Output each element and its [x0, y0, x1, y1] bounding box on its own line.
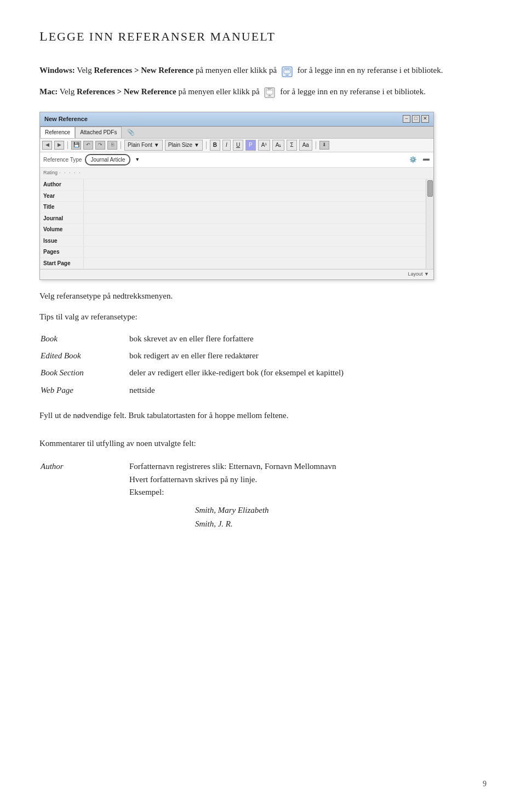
fill-section: Fyll ut de nødvendige felt. Bruk tabulat… [39, 409, 487, 422]
windows-new-reference-icon: NEW [281, 65, 293, 78]
save-icon[interactable]: 💾 [71, 141, 81, 150]
tip-desc-book-section: deler av redigert eller ikke-redigert bo… [129, 365, 485, 381]
comments-table: Author Forfatternavn registreres slik: E… [39, 458, 487, 534]
ref-type-minus-icon[interactable]: ➖ [422, 155, 430, 164]
comments-section: Kommentarer til utfylling av noen utvalg… [39, 437, 487, 535]
font-selector[interactable]: Plain Font ▼ [124, 140, 163, 151]
field-start-page-value[interactable] [84, 258, 426, 269]
field-journal-label: Journal [40, 213, 84, 224]
windows-text2: på menyen eller klikk på [193, 66, 277, 75]
bold-button[interactable]: B [210, 140, 220, 151]
close-button[interactable]: ✕ [421, 115, 429, 123]
maximize-button[interactable]: □ [412, 115, 420, 123]
field-issue-label: Issue [40, 236, 84, 247]
copy-icon[interactable]: ⎘ [107, 141, 117, 150]
field-volume-label: Volume [40, 224, 84, 235]
redo-icon[interactable]: ↷ [95, 141, 105, 150]
comment-label-author: Author [41, 459, 128, 533]
mac-text3: for å legge inn en ny referanse i et bib… [280, 87, 426, 96]
rating-row: Rating · · · · · [40, 168, 433, 179]
field-author-value[interactable] [84, 179, 426, 190]
tip-row-edited-book: Edited Book bok redigert av en eller fle… [41, 348, 485, 364]
settings-icon[interactable]: ⬇ [319, 141, 329, 150]
font-size-button[interactable]: Aa [299, 140, 312, 151]
ref-type-dropdown-arrow[interactable]: ▼ [135, 156, 140, 164]
dialog-tabs-row: Reference Attached PDFs 📎 [40, 127, 433, 139]
fill-paragraph: Fyll ut de nødvendige felt. Bruk tabulat… [39, 409, 487, 422]
windows-text1: Velg [75, 66, 94, 75]
tips-section: Tips til valg av referansetype: Book bok… [39, 311, 487, 399]
tip-row-book: Book bok skrevet av en eller flere forfa… [41, 331, 485, 347]
toolbar-separator-3 [206, 141, 207, 149]
tip-label-book: Book [41, 331, 128, 347]
comment-row-author: Author Forfatternavn registreres slik: E… [41, 459, 485, 533]
dialog-toolbar: ◀ ▶ 💾 ↶ ↷ ⎘ Plain Font ▼ Plain Size ▼ B … [40, 139, 433, 152]
rating-dots[interactable]: · · · · · [59, 169, 82, 177]
tip-label-book-section: Book Section [41, 365, 128, 381]
mac-new-reference-icon: REF [264, 85, 276, 99]
tip-desc-book: bok skrevet av en eller flere forfattere [129, 331, 485, 347]
field-title-label: Title [40, 202, 84, 213]
field-volume-value[interactable] [84, 224, 426, 235]
tab-attached-pdfs[interactable]: Attached PDFs [75, 127, 122, 138]
dialog-statusbar: Layout ▼ [40, 269, 433, 279]
superscript-button[interactable]: A¹ [258, 140, 270, 151]
tab-reference[interactable]: Reference [40, 127, 75, 139]
field-pages: Pages [40, 247, 426, 258]
paragraph-button[interactable]: P [245, 140, 256, 151]
minimize-button[interactable]: – [403, 115, 410, 123]
dialog-titlebar: New Reference – □ ✕ [40, 112, 433, 127]
underline-button[interactable]: U [233, 140, 243, 151]
scrollbar-thumb[interactable] [427, 180, 433, 197]
comment-author-line2: Hvert forfatternavn skrives på ny linje. [129, 473, 485, 486]
mac-section: Mac: Velg References > New Reference på … [39, 85, 487, 99]
comment-desc-author: Forfatternavn registreres slik: Etternav… [129, 459, 485, 533]
toolbar-separator-4 [316, 141, 316, 149]
windows-section: Windows: Velg References > New Reference… [39, 64, 487, 77]
field-issue-value[interactable] [84, 236, 426, 247]
mac-text1: Velg [58, 87, 77, 96]
italic-button[interactable]: I [222, 140, 231, 151]
subscript-button[interactable]: A₁ [272, 140, 285, 151]
field-pages-label: Pages [40, 247, 84, 258]
tips-title: Tips til valg av referansetype: [39, 311, 487, 323]
comments-title: Kommentarer til utfylling av noen utvalg… [39, 437, 487, 450]
mac-label: Mac: [39, 87, 58, 96]
tip-row-book-section: Book Section deler av redigert eller ikk… [41, 365, 485, 381]
field-pages-value[interactable] [84, 247, 426, 258]
dialog-title: New Reference [44, 115, 88, 124]
example-smith-mary: Smith, Mary Elizabeth [195, 504, 485, 517]
ref-type-gear-icon[interactable]: ⚙️ [409, 155, 417, 164]
dialog-scrollbar[interactable] [426, 179, 433, 269]
back-icon[interactable]: ◀ [42, 141, 52, 150]
toolbar-separator-2 [121, 141, 121, 149]
windows-menu: References > New Reference [94, 66, 193, 75]
special-chars-button[interactable]: Σ [287, 140, 296, 151]
windows-text3: for å legge inn en ny referanse i et bib… [298, 66, 443, 75]
ref-type-value[interactable]: Journal Article [85, 154, 130, 166]
field-start-page: Start Page [40, 258, 426, 270]
undo-icon[interactable]: ↶ [83, 141, 93, 150]
forward-icon[interactable]: ▶ [54, 141, 64, 150]
svg-text:NEW: NEW [285, 68, 290, 70]
field-journal-value[interactable] [84, 213, 426, 224]
field-year-label: Year [40, 191, 84, 202]
size-selector[interactable]: Plain Size ▼ [165, 140, 203, 151]
example-smith-jr: Smith, J. R. [195, 518, 485, 530]
page-number: 9 [483, 778, 487, 790]
field-title-value[interactable] [84, 202, 426, 213]
ref-type-row: Reference Type Journal Article ▼ ⚙️ ➖ [40, 152, 433, 168]
page-title: LEGGE INN REFERANSER MANUELT [39, 26, 487, 47]
paperclip-icon: 📎 [127, 128, 135, 137]
tip-label-web-page: Web Page [41, 382, 128, 398]
mac-paragraph: Mac: Velg References > New Reference på … [39, 85, 487, 99]
svg-text:REF: REF [268, 88, 271, 90]
tip-row-web-page: Web Page nettside [41, 382, 485, 398]
tips-table: Book bok skrevet av en eller flere forfa… [39, 330, 487, 399]
comment-author-line3: Eksempel: [129, 486, 485, 499]
field-volume: Volume [40, 224, 426, 236]
field-year-value[interactable] [84, 191, 426, 202]
new-reference-dialog: New Reference – □ ✕ Reference Attached P… [39, 112, 434, 280]
field-start-page-label: Start Page [40, 258, 84, 269]
comment-author-line1: Forfatternavn registreres slik: Etternav… [129, 460, 485, 473]
